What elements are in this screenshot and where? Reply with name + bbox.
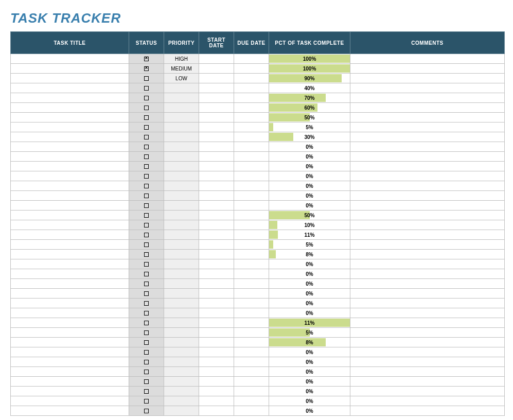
cell-start-date[interactable] <box>199 396 234 406</box>
cell-priority[interactable] <box>164 259 199 269</box>
cell-pct[interactable]: 0% <box>269 299 350 308</box>
cell-status[interactable] <box>129 269 164 279</box>
status-checkbox[interactable] <box>144 262 149 267</box>
cell-task-title[interactable] <box>11 367 129 377</box>
cell-due-date[interactable] <box>234 74 269 83</box>
cell-priority[interactable] <box>164 299 199 308</box>
status-checkbox[interactable] <box>144 389 149 394</box>
cell-due-date[interactable] <box>234 152 269 162</box>
status-checkbox[interactable] <box>144 154 149 159</box>
cell-comments[interactable] <box>350 142 505 152</box>
cell-pct[interactable]: 0% <box>269 279 350 289</box>
cell-status[interactable] <box>129 406 164 416</box>
cell-status[interactable] <box>129 377 164 387</box>
cell-due-date[interactable] <box>234 259 269 269</box>
cell-task-title[interactable] <box>11 387 129 396</box>
cell-due-date[interactable] <box>234 220 269 230</box>
cell-due-date[interactable] <box>234 299 269 308</box>
cell-priority[interactable] <box>164 387 199 396</box>
cell-priority[interactable] <box>164 250 199 259</box>
cell-status[interactable] <box>129 152 164 162</box>
cell-comments[interactable] <box>350 396 505 406</box>
cell-status[interactable] <box>129 142 164 152</box>
status-checkbox[interactable] <box>144 223 149 227</box>
cell-pct[interactable]: 0% <box>269 152 350 162</box>
cell-priority[interactable] <box>164 338 199 347</box>
cell-due-date[interactable] <box>234 181 269 191</box>
cell-comments[interactable] <box>350 406 505 416</box>
cell-comments[interactable] <box>350 387 505 396</box>
cell-due-date[interactable] <box>234 269 269 279</box>
status-checkbox[interactable] <box>144 115 149 120</box>
cell-task-title[interactable] <box>11 289 129 299</box>
status-checkbox[interactable] <box>144 184 149 188</box>
status-checkbox[interactable] <box>144 174 149 179</box>
cell-status[interactable] <box>129 93 164 103</box>
cell-status[interactable] <box>129 396 164 406</box>
cell-priority[interactable] <box>164 132 199 142</box>
cell-due-date[interactable] <box>234 201 269 211</box>
cell-start-date[interactable] <box>199 250 234 259</box>
cell-pct[interactable]: 0% <box>269 308 350 318</box>
cell-comments[interactable] <box>350 250 505 259</box>
cell-task-title[interactable] <box>11 347 129 357</box>
cell-start-date[interactable] <box>199 103 234 113</box>
cell-start-date[interactable] <box>199 357 234 367</box>
cell-priority[interactable] <box>164 279 199 289</box>
cell-comments[interactable] <box>350 259 505 269</box>
cell-comments[interactable] <box>350 201 505 211</box>
cell-task-title[interactable] <box>11 142 129 152</box>
cell-status[interactable] <box>129 230 164 240</box>
cell-due-date[interactable] <box>234 64 269 74</box>
cell-start-date[interactable] <box>199 328 234 338</box>
status-checkbox[interactable] <box>144 242 149 247</box>
cell-comments[interactable] <box>350 299 505 308</box>
cell-comments[interactable] <box>350 328 505 338</box>
cell-priority[interactable] <box>164 171 199 181</box>
cell-comments[interactable] <box>350 54 505 64</box>
cell-start-date[interactable] <box>199 220 234 230</box>
cell-start-date[interactable] <box>199 299 234 308</box>
cell-due-date[interactable] <box>234 357 269 367</box>
cell-start-date[interactable] <box>199 191 234 201</box>
cell-task-title[interactable] <box>11 299 129 308</box>
cell-due-date[interactable] <box>234 318 269 328</box>
cell-status[interactable] <box>129 289 164 299</box>
cell-task-title[interactable] <box>11 338 129 347</box>
cell-start-date[interactable] <box>199 152 234 162</box>
cell-status[interactable] <box>129 162 164 171</box>
cell-pct[interactable]: 0% <box>269 171 350 181</box>
cell-task-title[interactable] <box>11 93 129 103</box>
cell-task-title[interactable] <box>11 406 129 416</box>
cell-status[interactable] <box>129 250 164 259</box>
cell-task-title[interactable] <box>11 83 129 93</box>
cell-priority[interactable]: LOW <box>164 74 199 83</box>
cell-task-title[interactable] <box>11 318 129 328</box>
status-checkbox[interactable] <box>144 340 149 345</box>
cell-priority[interactable] <box>164 347 199 357</box>
status-checkbox[interactable] <box>144 233 149 237</box>
cell-status[interactable] <box>129 299 164 308</box>
cell-task-title[interactable] <box>11 259 129 269</box>
cell-status[interactable] <box>129 387 164 396</box>
cell-comments[interactable] <box>350 269 505 279</box>
cell-task-title[interactable] <box>11 103 129 113</box>
status-checkbox[interactable] <box>144 203 149 208</box>
cell-due-date[interactable] <box>234 377 269 387</box>
cell-start-date[interactable] <box>199 201 234 211</box>
cell-pct[interactable]: 11% <box>269 318 350 328</box>
cell-start-date[interactable] <box>199 367 234 377</box>
cell-priority[interactable] <box>164 93 199 103</box>
cell-status[interactable] <box>129 318 164 328</box>
cell-comments[interactable] <box>350 347 505 357</box>
cell-status[interactable] <box>129 83 164 93</box>
cell-due-date[interactable] <box>234 387 269 396</box>
cell-start-date[interactable] <box>199 230 234 240</box>
cell-comments[interactable] <box>350 289 505 299</box>
cell-due-date[interactable] <box>234 250 269 259</box>
cell-pct[interactable]: 90% <box>269 74 350 83</box>
cell-start-date[interactable] <box>199 74 234 83</box>
cell-status[interactable] <box>129 54 164 64</box>
cell-pct[interactable]: 11% <box>269 230 350 240</box>
cell-due-date[interactable] <box>234 279 269 289</box>
